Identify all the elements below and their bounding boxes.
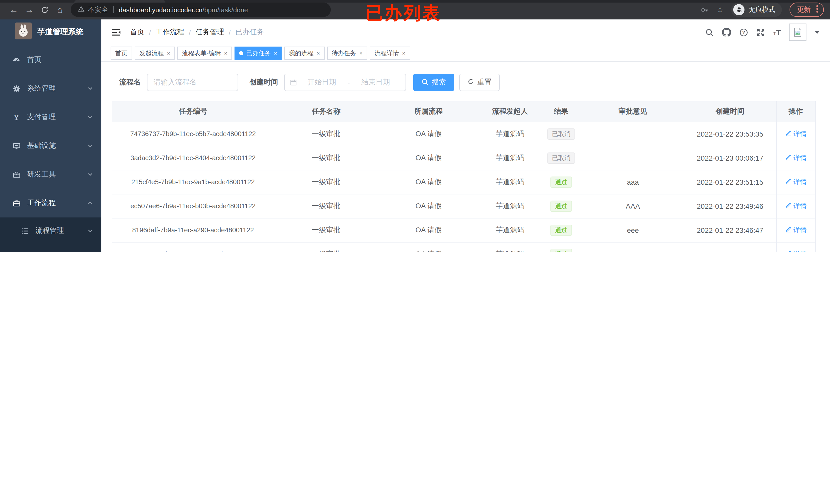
update-button[interactable]: 更新 [790, 3, 824, 17]
incognito-icon [733, 4, 744, 15]
detail-label: 详情 [793, 129, 807, 138]
result-badge: 通过 [550, 224, 572, 236]
search-icon[interactable] [705, 28, 714, 37]
tab-label: 发起流程 [139, 49, 164, 58]
detail-label: 详情 [793, 201, 807, 210]
cell-task-id: ec507ae6-7b9a-11ec-b03b-acde48001122 [111, 194, 275, 218]
github-icon[interactable] [722, 28, 731, 37]
avatar[interactable] [789, 24, 806, 41]
cell-actions: 详情 [776, 218, 815, 242]
home-icon[interactable]: ⌂ [52, 5, 68, 14]
detail-label: 详情 [793, 225, 807, 235]
tab-label: 流程表单-编辑 [182, 49, 221, 58]
reset-button[interactable]: 重置 [459, 74, 500, 91]
filter-form: 流程名 请输入流程名 创建时间 开始日期 - 结束日期 搜索 [111, 74, 820, 91]
menu-dots-icon[interactable] [816, 5, 818, 14]
chevron-up-icon [87, 200, 93, 206]
infra-icon [10, 142, 23, 150]
close-icon[interactable]: × [167, 50, 170, 56]
sidebar-item-system[interactable]: 系统管理 [0, 74, 101, 103]
tab-label: 已办任务 [246, 49, 271, 58]
screen: ← → ⌂ 不安全 dashboard.yudao.iocoder.cn/bpm… [0, 0, 830, 252]
font-size-icon[interactable]: TT [773, 28, 781, 37]
sidebar-item-process-mgmt[interactable]: 流程管理 [0, 217, 101, 244]
column-header: 创建时间 [684, 101, 776, 122]
tab-start-process[interactable]: 发起流程× [135, 46, 175, 60]
date-range-input[interactable]: 开始日期 - 结束日期 [284, 74, 406, 91]
column-header: 所属流程 [378, 101, 479, 122]
process-mgmt-icon [19, 227, 31, 235]
chevron-down-icon [87, 228, 93, 234]
back-icon[interactable]: ← [6, 5, 22, 14]
sidebar-item-infra[interactable]: 基础设施 [0, 132, 101, 160]
breadcrumb-item[interactable]: 工作流程 [156, 28, 184, 37]
forward-icon[interactable]: → [22, 5, 37, 14]
calendar-icon [290, 79, 297, 86]
help-icon[interactable]: ? [740, 28, 748, 37]
end-date-placeholder[interactable]: 结束日期 [351, 78, 401, 87]
tab-label: 我的流程 [289, 49, 314, 58]
detail-link[interactable]: 详情 [785, 225, 807, 235]
sidebar-item-workflow[interactable]: 工作流程 [0, 189, 101, 217]
security-label[interactable]: 不安全 [88, 5, 108, 14]
cell-comment [582, 146, 684, 170]
workflow-icon [10, 199, 23, 207]
tab-my-process[interactable]: 我的流程× [284, 46, 325, 60]
chevron-down-icon [87, 114, 93, 120]
cell-task-name: 一级审批 [275, 218, 378, 242]
cell-starter: 芋道源码 [479, 194, 541, 218]
logo-row: 芋道管理系统 [0, 20, 101, 44]
key-icon[interactable] [700, 5, 709, 14]
fullscreen-icon[interactable] [757, 28, 765, 37]
tab-process-detail[interactable]: 流程详情× [370, 46, 410, 60]
tab-label: 待办任务 [332, 49, 356, 58]
cell-created: 2022-01-22 23:46:04 [684, 242, 776, 252]
detail-link[interactable]: 详情 [785, 177, 807, 187]
warning-icon [78, 6, 85, 14]
cell-comment [582, 122, 684, 146]
sidebar-item-devtools[interactable]: 研发工具 [0, 160, 101, 189]
sidebar-item-label: 支付管理 [27, 112, 56, 122]
breadcrumb-item[interactable]: 任务管理 [196, 28, 224, 37]
reload-icon[interactable] [37, 6, 52, 13]
close-icon[interactable]: × [274, 50, 277, 56]
annotation-title: 已办列表 [365, 2, 441, 25]
collapse-menu-icon[interactable] [111, 28, 121, 36]
close-icon[interactable]: × [317, 50, 320, 56]
range-separator: - [346, 78, 351, 87]
close-icon[interactable]: × [359, 50, 363, 56]
edit-icon [785, 178, 791, 186]
breadcrumb-item[interactable]: 首页 [130, 28, 145, 37]
system-icon [10, 85, 23, 92]
sidebar-item-payment[interactable]: ¥支付管理 [0, 103, 101, 132]
search-button[interactable]: 搜索 [413, 74, 454, 91]
column-header: 流程发起人 [479, 101, 541, 122]
result-badge: 通过 [550, 200, 572, 211]
close-icon[interactable]: × [402, 50, 405, 56]
sidebar-item-label: 流程管理 [35, 226, 64, 235]
detail-link[interactable]: 详情 [785, 201, 807, 210]
cell-result: 通过 [541, 194, 582, 218]
tab-done-tasks[interactable]: 已办任务× [234, 46, 282, 60]
cell-process: OA 请假 [378, 170, 479, 194]
result-badge: 已取消 [547, 128, 575, 139]
tab-process-form-edit[interactable]: 流程表单-编辑× [178, 46, 232, 60]
start-date-placeholder[interactable]: 开始日期 [297, 78, 346, 87]
detail-link[interactable]: 详情 [785, 129, 807, 138]
navbar: 首页/工作流程/任务管理/已办任务 ? TT [101, 20, 830, 45]
sidebar-item-task-mgmt[interactable]: 任务管理 [0, 244, 101, 252]
breadcrumb-separator: / [149, 28, 151, 36]
detail-link[interactable]: 详情 [785, 153, 807, 163]
table-row: 74736737-7b9b-11ec-b5b7-acde48001122一级审批… [111, 122, 815, 146]
sidebar-item-home[interactable]: 首页 [0, 45, 101, 74]
tab-home[interactable]: 首页 [110, 46, 132, 60]
tab-todo-tasks[interactable]: 待办任务× [327, 46, 368, 60]
process-name-input[interactable]: 请输入流程名 [147, 74, 238, 91]
detail-link[interactable]: 详情 [785, 249, 807, 252]
url-bar[interactable]: 不安全 dashboard.yudao.iocoder.cn/bpm/task/… [71, 3, 331, 17]
close-icon[interactable]: × [224, 50, 227, 56]
bookmark-star-icon[interactable]: ☆ [716, 5, 724, 14]
search-button-label: 搜索 [432, 78, 446, 87]
table-row: 67c534a2-7b9a-11ec-a290-acde48001122一级审批… [111, 242, 815, 252]
chevron-down-icon[interactable] [815, 31, 820, 34]
